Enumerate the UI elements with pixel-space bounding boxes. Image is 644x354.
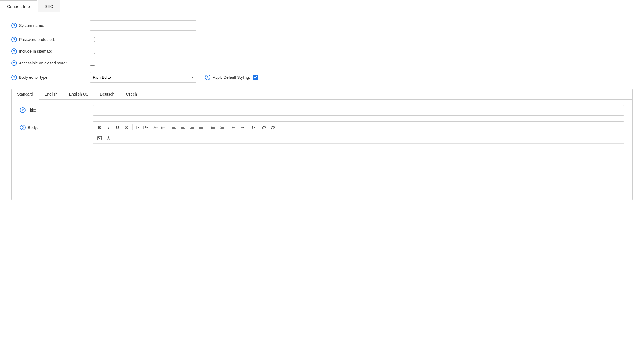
link-button[interactable] (260, 123, 268, 131)
highlight-button[interactable]: ◈▾ (159, 123, 166, 131)
body-editor-type-row: ? Body editor type: Rich Editor Plain Te… (11, 72, 633, 83)
font-size-button[interactable]: T▾ (134, 123, 141, 131)
system-name-help-icon[interactable]: ? (11, 23, 17, 28)
align-justify-button[interactable] (196, 123, 205, 131)
toolbar-row-2 (93, 133, 624, 144)
tab-standard[interactable]: Standard (12, 89, 39, 99)
tab-english-us[interactable]: English US (63, 89, 94, 99)
toolbar-divider-2 (151, 124, 151, 130)
apply-styling-label: Apply Default Styling: (213, 75, 250, 80)
bold-button[interactable]: B (95, 123, 104, 131)
apply-styling-section: ? Apply Default Styling: (205, 75, 258, 80)
apply-styling-help-icon[interactable]: ? (205, 75, 210, 80)
inner-tab-content: ? Title: ? Body: B (12, 100, 632, 200)
svg-text:3.: 3. (220, 128, 221, 129)
svg-point-16 (211, 128, 212, 129)
body-help-icon[interactable]: ? (20, 125, 26, 130)
toolbar-divider-6 (249, 124, 249, 130)
toolbar-divider-7 (258, 124, 258, 130)
tab-deutsch[interactable]: Deutsch (94, 89, 120, 99)
accessible-closed-label: ? Accessible on closed store: (11, 60, 90, 66)
settings-button[interactable] (104, 134, 113, 142)
password-protected-label: ? Password protected: (11, 37, 90, 42)
toolbar-divider-1 (132, 124, 133, 130)
italic-button[interactable]: I (104, 123, 113, 131)
toolbar-divider-5 (228, 124, 228, 130)
accessible-closed-help-icon[interactable]: ? (11, 60, 17, 66)
underline-button[interactable]: U (113, 123, 122, 131)
content-area: ? System name: ? Password protected: ? I… (0, 12, 644, 209)
body-label: ? Body: (20, 121, 93, 130)
inner-tabs: Standard English English US Deutsch Czec… (12, 89, 632, 100)
list-unordered-button[interactable] (208, 123, 217, 131)
page-container: Content Info SEO ? System name: ? Passwo… (0, 0, 644, 354)
editor-type-select-wrapper: Rich Editor Plain Text Code ▾ (90, 72, 196, 83)
align-right-button[interactable] (187, 123, 196, 131)
apply-styling-checkbox[interactable] (253, 75, 258, 80)
system-name-input[interactable] (90, 20, 196, 31)
editor-type-select[interactable]: Rich Editor Plain Text Code (90, 72, 196, 83)
tab-seo[interactable]: SEO (38, 0, 61, 12)
tab-content-info[interactable]: Content Info (0, 0, 37, 12)
include-sitemap-label: ? Include in sitemap: (11, 48, 90, 54)
password-protected-checkbox[interactable] (90, 37, 95, 42)
include-sitemap-help-icon[interactable]: ? (11, 48, 17, 54)
password-protected-help-icon[interactable]: ? (11, 37, 17, 42)
insert-image-button[interactable] (95, 134, 104, 142)
indent-left-button[interactable]: ⇤ (230, 123, 238, 131)
list-ordered-button[interactable]: 1.2.3. (217, 123, 226, 131)
accessible-closed-checkbox[interactable] (90, 61, 95, 66)
title-row: ? Title: (20, 105, 624, 116)
include-sitemap-checkbox[interactable] (90, 49, 95, 54)
svg-point-27 (108, 138, 109, 139)
align-center-button[interactable] (178, 123, 187, 131)
svg-point-12 (211, 126, 212, 127)
body-row: ? Body: B I U S T▾ (20, 121, 624, 194)
title-label: ? Title: (20, 105, 93, 113)
rich-editor: B I U S T▾ TT▾ (93, 121, 624, 194)
password-protected-row: ? Password protected: (11, 37, 633, 42)
font-type-button[interactable]: TT▾ (141, 123, 149, 131)
text-color-button[interactable]: A▾ (153, 123, 159, 131)
align-left-button[interactable] (169, 123, 178, 131)
system-name-row: ? System name: (11, 20, 633, 31)
editor-content-area[interactable] (93, 144, 624, 194)
title-help-icon[interactable]: ? (20, 107, 26, 113)
toolbar-row-1: B I U S T▾ TT▾ (93, 122, 624, 133)
indent-right-button[interactable]: ⇥ (239, 123, 247, 131)
title-input[interactable] (93, 105, 624, 116)
strikethrough-button[interactable]: S (122, 123, 131, 131)
include-sitemap-row: ? Include in sitemap: (11, 48, 633, 54)
body-editor-type-label: ? Body editor type: (11, 75, 90, 80)
unlink-button[interactable] (269, 123, 277, 131)
toolbar-divider-4 (207, 124, 207, 130)
inner-tabs-container: Standard English English US Deutsch Czec… (11, 89, 633, 200)
top-tabs: Content Info SEO (0, 0, 644, 12)
svg-point-14 (211, 127, 212, 128)
tab-czech[interactable]: Czech (120, 89, 143, 99)
system-name-label: ? System name: (11, 23, 90, 28)
body-editor-type-help-icon[interactable]: ? (11, 75, 17, 80)
tab-english[interactable]: English (39, 89, 63, 99)
paragraph-button[interactable]: ¶▾ (251, 123, 256, 131)
accessible-closed-row: ? Accessible on closed store: (11, 60, 633, 66)
toolbar-divider-3 (168, 124, 168, 130)
